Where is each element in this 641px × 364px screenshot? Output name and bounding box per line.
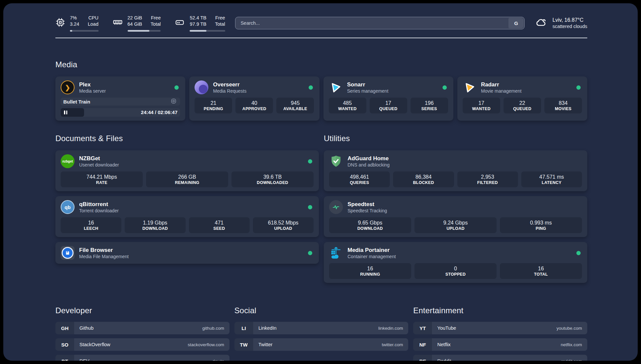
bookmark-url: youtube.com xyxy=(557,326,582,331)
stat-value: 618.52 Mbps xyxy=(254,220,312,226)
bookmark-abbr: NF xyxy=(413,338,432,351)
bookmark-youtube[interactable]: YT YouTube youtube.com xyxy=(413,322,587,334)
ram-free: 22 GiB xyxy=(128,15,142,21)
stat-label: PENDING xyxy=(196,106,231,111)
ram-progress-bar xyxy=(128,30,161,32)
bookmark-abbr: TW xyxy=(234,338,253,351)
section-title-entertainment: Entertainment xyxy=(413,306,587,315)
bookmark-name: Github xyxy=(79,325,94,331)
nzbget-icon: nzbget xyxy=(61,154,75,168)
bookmark-abbr: SO xyxy=(55,338,74,351)
plex-card[interactable]: ❯ Plex Media server Bullet Train xyxy=(55,76,185,121)
bookmark-abbr: GH xyxy=(55,322,74,334)
stat-value: 86,384 xyxy=(394,174,452,180)
stat-box: 2,953 FILTERED xyxy=(457,171,518,187)
cpu-load-value: 3.24 xyxy=(70,21,79,27)
stat-box: 22 QUEUED xyxy=(504,98,541,113)
system-stats: 7% 3.24 CPU Load xyxy=(55,15,225,32)
disk-stat: 52.4 TB 97.9 TB Free Total xyxy=(174,15,225,32)
cpu-progress-bar xyxy=(70,30,99,32)
filebrowser-icon xyxy=(61,246,75,260)
adguard-card[interactable]: AdGuard Home DNS and adblocking 498,461 … xyxy=(324,150,587,191)
bookmark-name: DEV xyxy=(79,358,89,361)
stat-value: 17 xyxy=(464,100,499,106)
stat-value: 498,461 xyxy=(330,174,388,180)
app-name: Plex xyxy=(79,81,106,88)
section-title-documents: Documents & Files xyxy=(55,134,319,143)
radarr-card[interactable]: Radarr Movie management 17 WANTED 22 QUE… xyxy=(457,76,587,121)
bookmark-github[interactable]: GH Github github.com xyxy=(55,322,229,334)
now-playing-icon xyxy=(170,98,177,106)
stat-box: 47.571 ms LATENCY xyxy=(521,171,582,187)
stat-value: 17 xyxy=(371,100,406,106)
cpu-stat: 7% 3.24 CPU Load xyxy=(55,15,99,32)
portainer-icon xyxy=(329,246,343,260)
filebrowser-card[interactable]: File Browser Media File Management xyxy=(55,242,319,264)
bookmark-abbr: RE xyxy=(413,355,432,361)
qbittorrent-card[interactable]: qb qBittorrent Torrent downloader 16 LEE… xyxy=(55,196,319,237)
bookmark-stackoverflow[interactable]: SO StackOverflow stackoverflow.com xyxy=(55,338,229,351)
bookmark-netflix[interactable]: NF Netflix netflix.com xyxy=(413,338,587,351)
app-desc: Speedtest Tracking xyxy=(348,208,387,213)
now-playing-title: Bullet Train xyxy=(63,99,90,105)
stat-box: 266 GB REMAINING xyxy=(146,171,228,187)
stat-value: 9.24 Gbps xyxy=(416,220,495,226)
section-developer: Developer GH Github github.com SO StackO… xyxy=(55,306,229,361)
app-desc: Usenet downloader xyxy=(79,162,119,167)
stat-value: 744.21 Mbps xyxy=(62,174,141,180)
app-desc: Movie management xyxy=(481,88,522,94)
disk-total: 97.9 TB xyxy=(190,21,206,27)
stat-value: 22 xyxy=(505,100,540,106)
stat-label: STOPPED xyxy=(416,272,495,277)
search-input[interactable] xyxy=(235,17,525,29)
section-entertainment: Entertainment YT YouTube youtube.com NF … xyxy=(413,306,587,361)
bookmark-url: stackoverflow.com xyxy=(188,342,224,347)
stat-box: 9.65 Gbps DOWNLOAD xyxy=(329,217,411,233)
bookmark-reddit[interactable]: RE Reddit reddit.com xyxy=(413,355,587,361)
stat-value: 266 GB xyxy=(147,174,227,180)
portainer-card[interactable]: Media Portainer Container management 16 … xyxy=(324,242,587,283)
overseerr-card[interactable]: Overseerr Media Requests 21 PENDING 40 A… xyxy=(189,76,319,121)
app-name: File Browser xyxy=(79,247,129,254)
stat-box: 17 QUEUED xyxy=(370,98,407,113)
status-dot xyxy=(308,205,312,209)
speedtest-card[interactable]: Speedtest Speedtest Tracking 9.65 Gbps D… xyxy=(324,196,587,237)
bookmark-name: LinkedIn xyxy=(259,325,277,331)
app-name: Speedtest xyxy=(348,201,387,208)
stat-box: 834 MOVIES xyxy=(544,98,582,113)
bookmark-abbr: YT xyxy=(413,322,432,334)
stat-value: 9.65 Gbps xyxy=(330,220,410,226)
sonarr-card[interactable]: Sonarr Series management 485 WANTED 17 Q… xyxy=(323,76,453,121)
speedtest-icon xyxy=(329,200,343,214)
stat-value: 471 xyxy=(190,220,248,226)
section-utilities: Utilities AdGuard Home DNS and adblockin… xyxy=(324,134,587,283)
nzbget-card[interactable]: nzbget NZBGet Usenet downloader 744.21 M… xyxy=(55,150,319,191)
playback-progress[interactable]: 24:44 / 02:06:47 xyxy=(61,108,180,117)
stat-label: REMAINING xyxy=(147,180,227,185)
bookmark-url: reddit.com xyxy=(561,359,582,361)
stat-label: BLOCKED xyxy=(394,180,452,185)
stat-label: LEECH xyxy=(62,226,120,231)
app-desc: DNS and adblocking xyxy=(348,162,390,167)
sonarr-icon xyxy=(329,80,343,94)
bookmark-linkedin[interactable]: LI LinkedIn linkedin.com xyxy=(234,322,409,334)
bookmark-twitter[interactable]: TW Twitter twitter.com xyxy=(234,338,409,351)
section-title-social: Social xyxy=(234,306,409,315)
bookmark-dev[interactable]: DT DEV dev.to xyxy=(55,355,229,361)
disk-icon xyxy=(174,17,185,29)
search-engine-button[interactable]: G xyxy=(508,18,524,28)
stat-value: 0.993 ms xyxy=(501,220,581,226)
stat-value: 834 xyxy=(546,100,581,106)
bookmark-url: github.com xyxy=(202,326,224,331)
stat-value: 16 xyxy=(501,265,581,272)
stat-value: 1.19 Gbps xyxy=(126,220,184,226)
pause-icon[interactable] xyxy=(64,110,67,114)
stat-label: DOWNLOADED xyxy=(233,180,312,185)
stat-label: WANTED xyxy=(330,106,365,111)
dashboard-panel: 7% 3.24 CPU Load xyxy=(3,3,638,361)
stat-label: QUEUED xyxy=(505,106,540,111)
stat-value: 196 xyxy=(412,100,447,106)
app-desc: Series management xyxy=(347,88,388,94)
stat-value: 47.571 ms xyxy=(523,174,581,180)
stat-value: 40 xyxy=(237,100,272,106)
